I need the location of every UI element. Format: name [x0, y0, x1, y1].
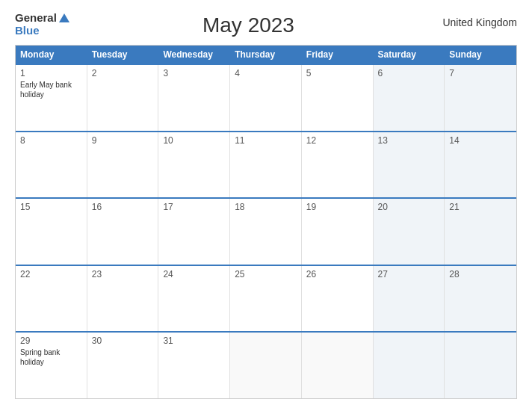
- day-cell: 17: [158, 199, 230, 265]
- day-number: 27: [378, 269, 440, 279]
- day-cell: 21: [445, 199, 516, 265]
- day-cell: 18: [230, 199, 302, 265]
- calendar-grid: MondayTuesdayWednesdayThursdayFridaySatu…: [15, 45, 517, 399]
- day-cell: 6: [374, 65, 445, 131]
- day-header-friday: Friday: [302, 46, 374, 64]
- day-number: 18: [235, 202, 297, 212]
- day-number: 15: [20, 202, 82, 212]
- day-number: 3: [163, 68, 225, 78]
- day-number: 29: [20, 336, 82, 346]
- day-number: 28: [449, 269, 512, 279]
- day-number: 21: [449, 202, 512, 212]
- day-number: 5: [306, 68, 368, 78]
- day-cell: 8: [16, 132, 87, 198]
- header: General Blue May 2023 United Kingdom: [15, 12, 517, 37]
- day-number: 8: [20, 135, 82, 146]
- logo: General Blue: [15, 12, 69, 37]
- day-cell: [374, 333, 445, 398]
- day-cell: 26: [302, 266, 374, 332]
- day-number: 4: [235, 68, 297, 78]
- day-header-wednesday: Wednesday: [158, 46, 230, 64]
- day-number: 31: [163, 336, 225, 346]
- day-headers: MondayTuesdayWednesdayThursdayFridaySatu…: [16, 46, 516, 64]
- day-number: 25: [235, 269, 297, 279]
- day-number: 14: [449, 135, 512, 146]
- calendar-container: General Blue May 2023 United Kingdom Mon…: [0, 0, 532, 411]
- day-header-sunday: Sunday: [445, 46, 516, 64]
- day-number: 17: [163, 202, 225, 212]
- day-number: 11: [235, 135, 297, 146]
- logo-general: General: [15, 12, 57, 25]
- day-cell: 2: [87, 65, 159, 131]
- logo-triangle-icon: [59, 13, 69, 22]
- month-title: May 2023: [69, 13, 427, 37]
- country-label: United Kingdom: [427, 16, 517, 28]
- day-cell: 9: [87, 132, 159, 198]
- day-cell: 13: [374, 132, 445, 198]
- day-number: 6: [378, 68, 440, 78]
- day-cell: 16: [87, 199, 159, 265]
- day-number: 12: [306, 135, 368, 146]
- day-number: 13: [378, 135, 440, 146]
- day-number: 19: [306, 202, 368, 212]
- day-header-saturday: Saturday: [374, 46, 445, 64]
- day-cell: 4: [230, 65, 302, 131]
- day-cell: 30: [87, 333, 159, 398]
- day-cell: 11: [230, 132, 302, 198]
- day-number: 23: [92, 269, 154, 279]
- day-number: 26: [306, 269, 368, 279]
- day-cell: 5: [302, 65, 374, 131]
- day-cell: 19: [302, 199, 374, 265]
- day-cell: 7: [445, 65, 516, 131]
- week-row-4: 22232425262728: [16, 265, 516, 332]
- day-cell: [302, 333, 374, 398]
- day-number: 30: [92, 336, 154, 346]
- day-number: 20: [378, 202, 440, 212]
- day-header-monday: Monday: [16, 46, 87, 64]
- day-cell: 1Early May bank holiday: [16, 65, 87, 131]
- day-number: 2: [92, 68, 154, 78]
- day-number: 1: [20, 68, 82, 78]
- day-event: Spring bank holiday: [20, 347, 82, 367]
- weeks: 1Early May bank holiday23456789101112131…: [16, 64, 516, 398]
- day-cell: 22: [16, 266, 87, 332]
- week-row-3: 15161718192021: [16, 197, 516, 265]
- day-cell: 24: [158, 266, 230, 332]
- day-cell: 29Spring bank holiday: [16, 333, 87, 398]
- day-cell: 10: [158, 132, 230, 198]
- day-cell: 25: [230, 266, 302, 332]
- week-row-1: 1Early May bank holiday234567: [16, 64, 516, 131]
- day-header-tuesday: Tuesday: [87, 46, 159, 64]
- day-cell: 3: [158, 65, 230, 131]
- day-cell: 12: [302, 132, 374, 198]
- day-cell: 27: [374, 266, 445, 332]
- week-row-2: 891011121314: [16, 131, 516, 198]
- logo-blue: Blue: [15, 25, 40, 37]
- day-number: 7: [449, 68, 512, 78]
- day-cell: 23: [87, 266, 159, 332]
- day-header-thursday: Thursday: [230, 46, 302, 64]
- day-cell: [230, 333, 302, 398]
- day-cell: 14: [445, 132, 516, 198]
- week-row-5: 29Spring bank holiday3031: [16, 331, 516, 398]
- day-cell: 31: [158, 333, 230, 398]
- day-number: 9: [92, 135, 154, 146]
- day-cell: [445, 333, 516, 398]
- day-event: Early May bank holiday: [20, 80, 82, 99]
- day-cell: 20: [374, 199, 445, 265]
- day-number: 10: [163, 135, 225, 146]
- day-number: 16: [92, 202, 154, 212]
- day-number: 22: [20, 269, 82, 279]
- day-cell: 28: [445, 266, 516, 332]
- day-number: 24: [163, 269, 225, 279]
- day-cell: 15: [16, 199, 87, 265]
